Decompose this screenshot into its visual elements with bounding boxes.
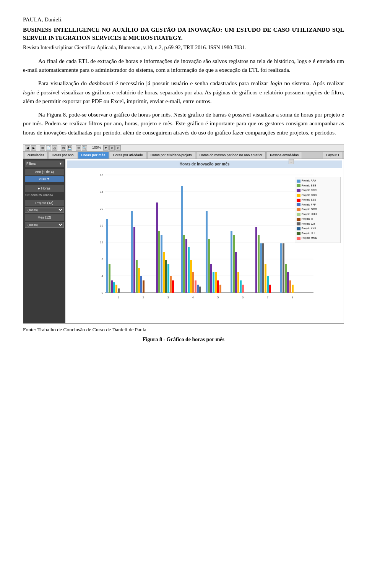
toolbar-btn-6[interactable]: ✉ (61, 145, 66, 151)
bar-m1-p5 (115, 285, 117, 293)
svg-text:16: 16 (100, 224, 103, 227)
bar-m1-p6 (118, 288, 120, 293)
chart-svg-container: Projeto AAA Projeto BBB Projeto CCC (67, 169, 342, 311)
bar-m3-p6 (167, 264, 169, 293)
legend-color-3 (297, 189, 300, 192)
bar-m4-p4 (188, 247, 190, 293)
filter-ano-value[interactable]: 2013 ▼ (25, 176, 64, 182)
bar-m7-p7 (269, 285, 271, 293)
bar-m4-p9 (199, 287, 201, 293)
legend-label-6: Projeto FFF (302, 203, 316, 207)
legend-label-11: Projeto KKK (302, 227, 316, 231)
bar-m3-p8 (172, 280, 174, 293)
bar-m1-p3 (111, 280, 113, 293)
bar-m5-p3 (210, 264, 212, 293)
bar-m4-p1 (181, 186, 183, 293)
bar-m7-p6 (267, 276, 269, 293)
toolbar-btn-11[interactable]: ⊕ (109, 145, 115, 151)
toolbar-btn-12[interactable]: ⊖ (115, 145, 121, 151)
figure-label: Figura 8 - Gráfico de horas por mês (23, 335, 344, 343)
bar-m8-p5 (289, 280, 291, 293)
toolbar-btn-4[interactable]: 📄 (46, 145, 51, 151)
svg-text:6: 6 (242, 296, 244, 299)
toolbar-btn-3[interactable]: ⊞ (40, 145, 45, 151)
toolbar-btn-5[interactable]: 🖨 (52, 145, 57, 151)
legend-label-10: Projeto JJJ (302, 222, 315, 226)
bar-m4-p6 (192, 272, 194, 293)
bar-m2-p2 (133, 227, 135, 293)
svg-text:28: 28 (100, 173, 103, 177)
tab-horas-mesmo-periodo[interactable]: Horas do mesmo período no ano anterior (196, 152, 266, 159)
bar-m6-p3 (235, 252, 237, 293)
toolbar-sep-3 (74, 145, 74, 151)
paragraph-2: Para visualização do dashboard é necessá… (23, 79, 344, 106)
tab-cumuladas[interactable]: cumuladas (24, 152, 48, 159)
bar-m3-p3 (161, 235, 162, 293)
legend-color-11 (297, 227, 300, 230)
legend-label-12: Projeto LLL (302, 232, 315, 236)
tab-horas-ano[interactable]: Horas por ano (49, 152, 77, 159)
legend-item-3: Projeto CCC (297, 188, 339, 193)
legend-item-5: Projeto EEE (297, 198, 339, 202)
bar-m6-p5 (240, 280, 242, 293)
filter-mes-dropdown[interactable]: (Todos) (25, 222, 64, 228)
filter-horas-header: ▸ Horas (25, 185, 64, 192)
svg-text:12: 12 (100, 241, 103, 244)
legend-item-9: Projeto III (297, 217, 339, 221)
legend-item-7: Projeto GGG (297, 207, 339, 212)
bar-m4-p5 (190, 260, 192, 293)
bar-m4-p3 (185, 239, 187, 293)
toolbar-btn-1[interactable]: ◀ (25, 145, 30, 151)
tab-horas-atividade[interactable]: Horas por atividade (110, 152, 146, 159)
bar-m7-p4 (262, 243, 264, 293)
tab-horas-atividade-projeto[interactable]: Horas por atividade/projeto (147, 152, 195, 159)
legend-label-5: Projeto EEE (302, 198, 316, 202)
tab-pessoa-envolvidas[interactable]: Pessoa envolvidas (266, 152, 302, 159)
legend-color-7 (297, 208, 300, 211)
legend-item-6: Projeto FFF (297, 203, 339, 207)
minimize-button[interactable]: – (289, 159, 294, 164)
legend-label-7: Projeto GGG (302, 207, 317, 212)
svg-text:20: 20 (100, 207, 103, 211)
bar-m7-p1 (255, 227, 257, 293)
toolbar-btn-2[interactable]: ▶ (31, 145, 36, 151)
bar-m2-p6 (143, 280, 145, 293)
dashboard-body: Filters ▼ Ano (1 de 4) 2013 ▼ ▸ Horas 0.… (23, 159, 344, 323)
bar-m4-p8 (197, 285, 199, 293)
legend-color-2 (297, 184, 300, 187)
filter-icon[interactable]: ▼ (59, 161, 62, 167)
toolbar-zoom: 100% (91, 145, 102, 151)
legend-label-3: Projeto CCC (302, 188, 317, 193)
svg-text:8: 8 (102, 258, 104, 261)
dashboard-chart-area: – Horas de inovação por mês Projeto AAA … (65, 159, 344, 323)
bar-m7-p3 (260, 243, 262, 293)
toolbar-btn-8[interactable]: ⚙ (76, 145, 81, 151)
bar-chart-svg: 28 24 20 16 12 8 4 0 (96, 169, 317, 307)
legend-color-1 (297, 180, 300, 183)
svg-text:24: 24 (100, 190, 103, 194)
toolbar-btn-10[interactable]: ▼ (103, 145, 109, 151)
tab-horas-mes[interactable]: Horas por mês (78, 152, 109, 159)
bar-m2-p4 (138, 268, 140, 293)
toolbar-btn-7[interactable]: 💾 (67, 145, 72, 151)
toolbar-sep-4 (89, 145, 89, 151)
bar-m6-p2 (233, 235, 235, 293)
bar-m6-p4 (237, 272, 239, 293)
figure-source: Fonte: Trabalho de Conclusão de Curso de… (23, 326, 344, 334)
bar-m8-p3 (285, 264, 287, 293)
bar-m8-p1 (280, 243, 282, 293)
toolbar-sep-1 (38, 145, 38, 151)
legend-label-2: Projeto BBB (302, 184, 316, 188)
filter-header: Filters ▼ (25, 160, 64, 167)
filter-horas-min: 0.016666 (25, 193, 37, 198)
paragraph-1: Ao final de cada ETL de extração de hora… (23, 57, 344, 75)
toolbar-btn-9[interactable]: 🔍 (82, 145, 87, 151)
dashboard-sidebar: Filters ▼ Ano (1 de 4) 2013 ▼ ▸ Horas 0.… (23, 159, 65, 323)
filter-projeto-dropdown[interactable]: (Todos) (25, 207, 64, 213)
svg-text:7: 7 (267, 296, 269, 299)
bar-m7-p2 (258, 235, 260, 293)
tab-layout[interactable]: Layout 1 (323, 152, 343, 159)
bar-m8-p2 (283, 243, 284, 293)
bar-m1-p1 (106, 219, 108, 293)
bar-m8-p6 (292, 285, 294, 293)
